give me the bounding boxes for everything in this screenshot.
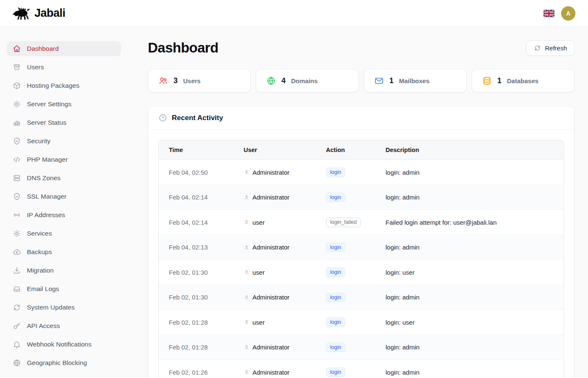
sidebar-item-label: System Updates [27, 304, 75, 311]
activity-description: Failed login attempt for: user@jabali.la… [375, 210, 564, 235]
brand-name: Jabali [34, 7, 66, 20]
users-stat-icon [158, 76, 168, 86]
activity-description: login: admin [375, 160, 564, 185]
activity-description: login: admin [375, 185, 564, 210]
activity-action: login [316, 185, 375, 210]
activity-description: login: user [375, 310, 564, 335]
person-icon [244, 269, 249, 275]
brand-logo[interactable]: Jabali [12, 6, 66, 20]
bar-chart-icon [13, 118, 21, 127]
sidebar-item-label: Server Status [27, 119, 66, 126]
sidebar-item-php-manager[interactable]: PHP Manager [7, 152, 121, 167]
sidebar-item-webhook-notifications[interactable]: Webhook Notifications [7, 337, 121, 352]
sidebar-item-label: Server Settings [27, 100, 71, 108]
user-name: user [252, 269, 265, 276]
sidebar-item-label: Backups [27, 248, 52, 256]
app-header: Jabali A [0, 0, 588, 27]
activity-description: login: user [375, 260, 564, 285]
activity-user: Administrator [234, 335, 316, 360]
shield-check-icon [13, 137, 21, 145]
activity-user: Administrator [234, 235, 316, 260]
activity-action: login [316, 285, 375, 310]
sidebar-item-label: PHP Manager [27, 156, 68, 163]
activity-user: Administrator [234, 160, 316, 185]
column-header-description: Description [375, 140, 564, 160]
action-badge: login_failed [326, 218, 361, 227]
user-avatar[interactable]: A [561, 6, 575, 21]
sidebar-item-geographic-blocking[interactable]: Geographic Blocking [7, 355, 121, 370]
activity-user: user [234, 310, 316, 335]
stat-card-mailboxes[interactable]: 1Mailboxes [364, 69, 467, 92]
stat-label: Databases [507, 77, 538, 84]
activity-user: user [234, 260, 316, 285]
person-icon [244, 344, 249, 350]
activity-time: Feb 04, 02:14 [159, 210, 234, 235]
code-icon [13, 155, 21, 164]
stat-value: 3 [173, 76, 178, 85]
table-row: Feb 04, 02:14userlogin_failedFailed logi… [159, 210, 564, 235]
column-header-time: Time [159, 140, 234, 160]
user-name: Administrator [252, 244, 289, 251]
activity-time: Feb 02, 01:30 [159, 285, 234, 310]
sidebar-item-hosting-packages[interactable]: Hosting Packages [7, 78, 121, 93]
sidebar-item-label: Geographic Blocking [27, 359, 87, 367]
sidebar-item-security[interactable]: Security [7, 134, 121, 149]
sidebar-item-api-access[interactable]: API Access [7, 318, 121, 333]
sidebar-item-migration[interactable]: Migration [7, 263, 121, 278]
mail-stat-icon [374, 76, 384, 86]
person-icon [244, 244, 249, 250]
sidebar-item-backups[interactable]: Backups [7, 244, 121, 260]
user-name: Administrator [252, 169, 289, 176]
sidebar-item-label: Hosting Packages [27, 82, 79, 89]
sidebar-item-users[interactable]: Users [7, 60, 121, 75]
stat-card-users[interactable]: 3Users [148, 69, 251, 92]
activity-description: login: admin [375, 235, 564, 260]
activity-description: login: admin [375, 335, 564, 360]
activity-description: login: admin [375, 360, 564, 378]
activity-action: login [316, 235, 375, 260]
sidebar-item-label: Webhook Notifications [27, 341, 92, 348]
server-stack-icon [13, 174, 21, 182]
refresh-icon [13, 303, 21, 312]
action-badge: login [326, 318, 345, 327]
sidebar-item-server-status[interactable]: Server Status [7, 115, 121, 130]
activity-time: Feb 02, 01:30 [159, 260, 234, 285]
recent-activity-title: Recent Activity [172, 114, 223, 122]
activity-action: login [316, 310, 375, 335]
user-name: Administrator [252, 294, 289, 301]
activity-user: Administrator [234, 285, 316, 310]
table-row: Feb 04, 02:50Administratorloginlogin: ad… [159, 160, 564, 185]
table-row: Feb 02, 01:28Administratorloginlogin: ad… [159, 335, 564, 360]
page-title: Dashboard [148, 40, 218, 56]
table-row: Feb 02, 01:28userloginlogin: user [159, 310, 564, 335]
stat-card-domains[interactable]: 4Domains [256, 69, 359, 92]
sidebar-item-dashboard[interactable]: Dashboard [7, 41, 121, 56]
stat-card-databases[interactable]: 1Databases [472, 69, 575, 92]
sidebar-item-services[interactable]: Services [7, 226, 121, 241]
action-badge: login [326, 243, 345, 252]
user-name: Administrator [252, 194, 289, 201]
signal-icon [13, 211, 21, 219]
user-name: Administrator [252, 369, 289, 376]
sidebar-item-ssl-manager[interactable]: SSL Manager [7, 189, 121, 204]
activity-user: user [234, 210, 316, 235]
sidebar-item-server-settings[interactable]: Server Settings [7, 97, 121, 112]
sidebar-item-ip-addresses[interactable]: IP Addresses [7, 207, 121, 223]
column-header-action: Action [316, 140, 375, 160]
language-flag-icon[interactable] [543, 10, 554, 17]
refresh-button[interactable]: Refresh [526, 40, 575, 56]
sidebar: DashboardUsersHosting PackagesServer Set… [0, 27, 128, 378]
sidebar-item-dns-zones[interactable]: DNS Zones [7, 171, 121, 186]
inbox-icon [13, 285, 21, 293]
sidebar-item-system-updates[interactable]: System Updates [7, 300, 121, 315]
key-icon [13, 322, 21, 330]
sidebar-item-label: SSL Manager [27, 193, 66, 200]
sidebar-item-label: Email Logs [27, 285, 59, 293]
sidebar-item-email-logs[interactable]: Email Logs [7, 281, 121, 297]
sidebar-item-label: Users [27, 63, 44, 71]
activity-time: Feb 04, 02:50 [159, 160, 234, 185]
column-header-user: User [234, 140, 316, 160]
activity-time: Feb 02, 01:26 [159, 360, 234, 378]
clock-icon [158, 113, 167, 122]
sidebar-item-label: Security [27, 137, 50, 145]
